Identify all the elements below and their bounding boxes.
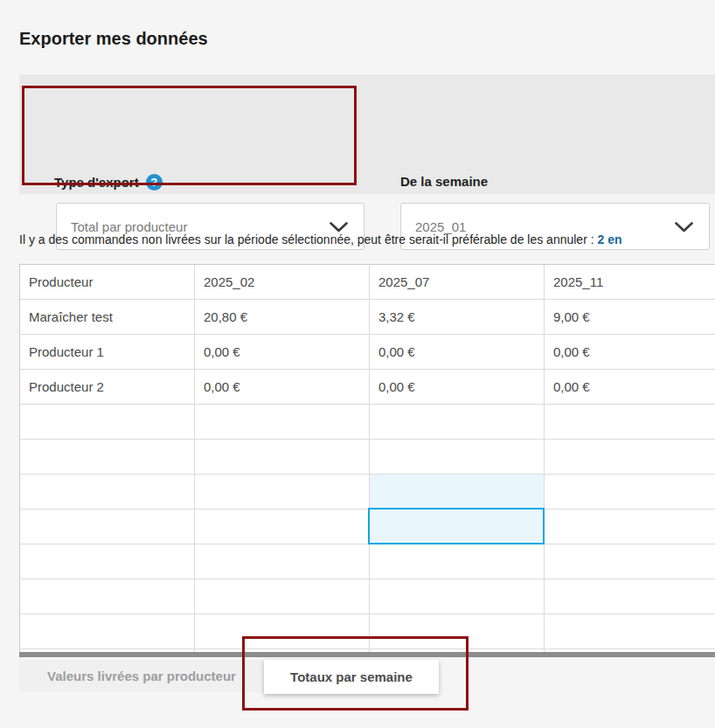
week-select-value: 2025_01 [415,219,466,234]
table-cell[interactable] [20,475,195,510]
table-cell[interactable]: Maraîcher test [20,300,195,335]
table-cell[interactable]: 0,00 € [545,335,715,370]
undelivered-orders-notice: Il y a des commandes non livrées sur la … [19,232,622,246]
sheet-tabbar: Valeurs livrées par producteur Totaux pa… [19,660,439,692]
table-cell[interactable] [20,440,195,475]
table-cell[interactable]: 0,00 € [195,370,370,405]
chevron-down-icon [675,222,693,232]
week-label: De la semaine [400,174,488,189]
table-row [20,544,715,579]
table-cell[interactable]: 0,00 € [195,335,370,370]
table-cell[interactable]: 20,80 € [195,300,370,335]
table-cell[interactable] [370,475,545,510]
tab-valeurs-livrees-par-producteur[interactable]: Valeurs livrées par producteur [19,660,264,692]
table-cell[interactable] [20,405,195,440]
table-cell[interactable] [545,544,715,579]
horizontal-scrollbar[interactable] [19,652,715,657]
data-grid: Producteur2025_022025_072025_11Maraîcher… [19,264,715,652]
export-type-label: Type d'export ? [54,174,163,191]
table-row [20,440,715,475]
help-icon[interactable]: ? [146,174,163,191]
table-cell[interactable] [195,614,370,649]
selected-cell[interactable] [368,508,545,544]
table-row: Maraîcher test20,80 €3,32 €9,00 € [20,300,715,335]
spreadsheet: Producteur2025_022025_072025_11Maraîcher… [19,264,715,652]
table-row [20,475,715,510]
table-cell[interactable] [545,510,715,544]
notice-text: Il y a des commandes non livrées sur la … [19,232,594,246]
table-cell[interactable] [195,440,370,475]
table-cell[interactable]: 2025_11 [545,265,715,300]
table-cell[interactable]: Producteur 2 [20,370,195,405]
table-cell[interactable] [370,579,545,614]
table-cell[interactable] [545,614,715,649]
table-cell[interactable]: 0,00 € [370,370,545,405]
table-row: Producteur 20,00 €0,00 €0,00 € [20,370,715,405]
table-cell[interactable] [370,544,545,579]
table-cell[interactable]: Producteur 1 [20,335,195,370]
table-cell[interactable] [195,579,370,614]
table-cell[interactable] [20,614,195,649]
table-cell[interactable] [195,405,370,440]
table-cell[interactable]: 0,00 € [370,335,545,370]
table-cell[interactable] [195,475,370,510]
table-cell[interactable] [370,614,545,649]
table-cell[interactable]: Producteur [20,265,195,300]
week-label-text: De la semaine [400,174,488,189]
table-cell[interactable]: 2025_07 [370,265,545,300]
table-cell[interactable] [370,405,545,440]
table-row [20,614,715,649]
table-cell[interactable]: 9,00 € [545,300,715,335]
table-row [20,405,715,440]
table-row: Producteur 10,00 €0,00 €0,00 € [20,335,715,370]
table-cell[interactable] [20,510,195,544]
table-cell[interactable] [195,510,370,544]
table-cell[interactable] [545,440,715,475]
tab-totaux-par-semaine[interactable]: Totaux par semaine [264,660,439,694]
table-cell[interactable]: 3,32 € [370,300,545,335]
export-form-panel: Type d'export ? Total par producteur De … [19,74,715,194]
chevron-down-icon [330,222,348,232]
table-cell[interactable] [545,475,715,510]
table-cell[interactable] [20,544,195,579]
table-cell[interactable] [195,544,370,579]
table-cell[interactable]: 0,00 € [545,370,715,405]
page-title: Exporter mes données [19,29,208,49]
table-cell[interactable] [545,405,715,440]
table-cell[interactable] [545,579,715,614]
table-cell[interactable] [20,579,195,614]
table-header-row: Producteur2025_022025_072025_11 [20,265,715,300]
export-type-select-value: Total par producteur [71,219,187,234]
table-cell[interactable] [370,440,545,475]
table-cell[interactable]: 2025_02 [195,265,370,300]
table-row [20,579,715,614]
data-grid-body: Producteur2025_022025_072025_11Maraîcher… [20,265,715,653]
export-type-label-text: Type d'export [54,175,139,190]
undelivered-orders-link[interactable]: 2 en [598,232,622,246]
